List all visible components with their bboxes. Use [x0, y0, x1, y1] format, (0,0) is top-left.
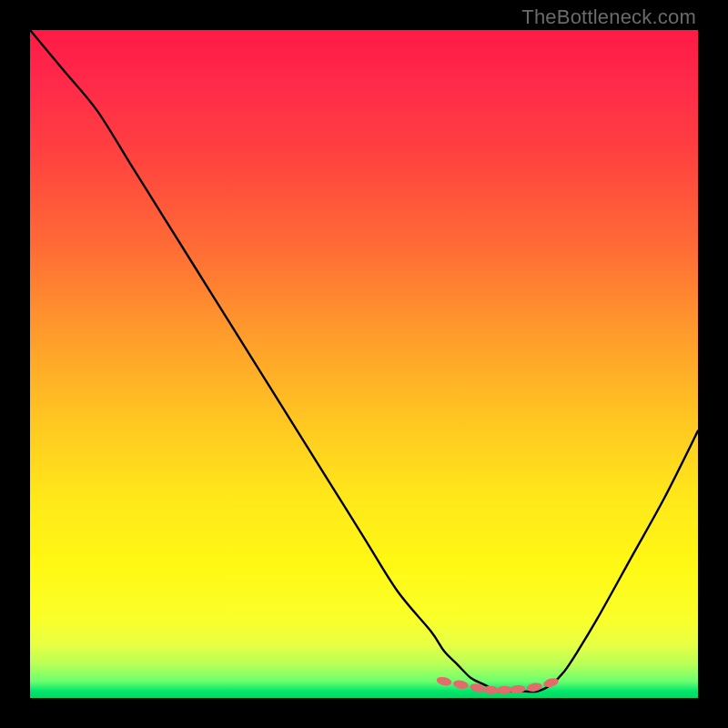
watermark-text: TheBottleneck.com	[521, 5, 696, 29]
chart-frame: TheBottleneck.com	[0, 0, 728, 728]
optimal-marker	[483, 685, 500, 694]
curve-layer	[30, 30, 698, 698]
optimal-marker-group	[436, 676, 560, 695]
optimal-marker	[510, 684, 526, 693]
plot-area	[30, 30, 698, 698]
optimal-marker	[452, 679, 469, 690]
bottleneck-curve	[30, 30, 698, 692]
optimal-marker	[436, 676, 452, 687]
optimal-marker	[497, 685, 512, 693]
